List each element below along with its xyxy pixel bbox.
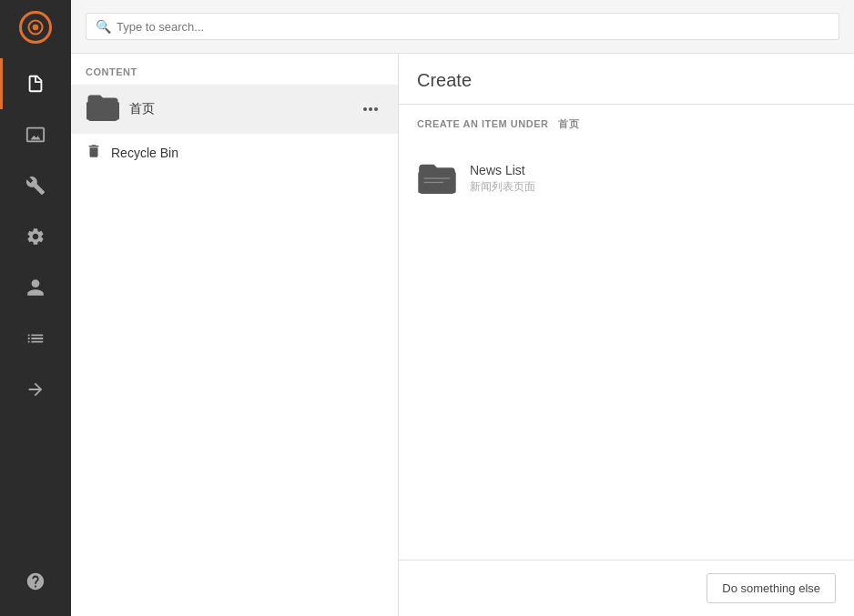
sidebar-item-tools[interactable] bbox=[0, 160, 71, 211]
sidebar-item-settings[interactable] bbox=[0, 211, 71, 262]
sidebar-item-redirect[interactable] bbox=[0, 364, 71, 415]
left-panel: CONTENT 首页 bbox=[71, 54, 399, 616]
right-panel-header: Create bbox=[399, 54, 854, 105]
list-item-homepage[interactable]: 首页 bbox=[71, 85, 398, 134]
create-item-description: 新闻列表页面 bbox=[470, 179, 535, 195]
trash-icon bbox=[86, 143, 102, 163]
list-item-recycle-bin[interactable]: Recycle Bin bbox=[71, 134, 398, 172]
content-header: CONTENT bbox=[71, 54, 398, 85]
create-item-name: News List bbox=[470, 163, 535, 177]
sidebar-logo[interactable] bbox=[0, 0, 71, 55]
do-something-else-button[interactable]: Do something else bbox=[707, 573, 836, 603]
search-input[interactable] bbox=[117, 20, 829, 34]
arrow-icon bbox=[25, 379, 46, 399]
more-menu-button[interactable] bbox=[358, 104, 383, 115]
sidebar-item-forms[interactable] bbox=[0, 313, 71, 364]
gear-icon bbox=[25, 227, 46, 247]
folder-icon bbox=[86, 94, 120, 125]
sidebar-item-help[interactable] bbox=[0, 556, 71, 607]
wrench-icon bbox=[25, 176, 46, 196]
sidebar-navigation bbox=[0, 58, 71, 556]
dot2 bbox=[369, 107, 372, 111]
logo-icon bbox=[19, 11, 52, 44]
search-icon: 🔍 bbox=[96, 19, 111, 34]
sidebar-item-users[interactable] bbox=[0, 262, 71, 313]
create-item-news-list[interactable]: News List 新闻列表页面 bbox=[417, 147, 836, 209]
search-bar: 🔍 bbox=[71, 0, 854, 54]
news-list-folder-icon bbox=[417, 158, 457, 198]
right-panel-sub-header: CREATE AN ITEM UNDER 首页 bbox=[399, 105, 854, 138]
sidebar-item-media[interactable] bbox=[0, 109, 71, 160]
image-icon bbox=[25, 125, 46, 145]
right-panel: Create CREATE AN ITEM UNDER 首页 bbox=[399, 54, 854, 616]
main-area: 🔍 CONTENT 首页 bbox=[71, 0, 854, 616]
list-item-homepage-label: 首页 bbox=[129, 101, 358, 117]
svg-rect-2 bbox=[86, 102, 119, 120]
right-panel-footer: Do something else bbox=[399, 560, 854, 616]
document-icon bbox=[25, 74, 46, 94]
content-area: CONTENT 首页 bbox=[71, 54, 854, 616]
person-icon bbox=[25, 278, 46, 298]
right-panel-content: News List 新闻列表页面 bbox=[399, 138, 854, 560]
list-item-recycle-label: Recycle Bin bbox=[111, 146, 383, 160]
create-title: Create bbox=[417, 70, 836, 91]
dot3 bbox=[374, 107, 378, 111]
list-icon bbox=[25, 328, 46, 348]
content-list: 首页 Recycle Bin bbox=[71, 85, 398, 616]
sub-header-context: 首页 bbox=[558, 118, 579, 129]
search-wrapper[interactable]: 🔍 bbox=[86, 13, 839, 40]
sidebar bbox=[0, 0, 71, 616]
dot1 bbox=[363, 107, 367, 111]
create-item-text: News List 新闻列表页面 bbox=[470, 163, 535, 195]
svg-point-1 bbox=[33, 25, 39, 31]
help-icon bbox=[25, 571, 46, 591]
sidebar-item-content[interactable] bbox=[0, 58, 71, 109]
sub-header-prefix: CREATE AN ITEM UNDER bbox=[417, 118, 548, 129]
sidebar-bottom bbox=[0, 556, 71, 607]
